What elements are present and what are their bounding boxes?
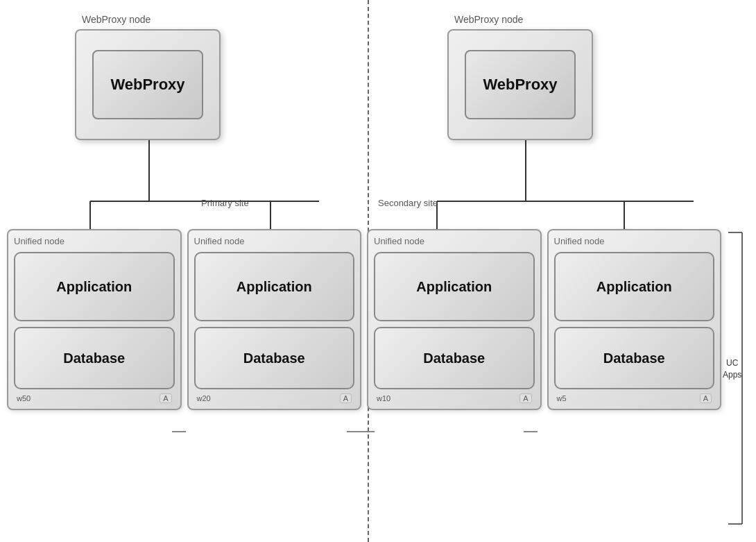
- webproxy-node-2: WebProxy node WebProxy: [447, 14, 596, 140]
- unified-node-4-label: Unified node: [554, 236, 715, 246]
- app-box-4: Application: [554, 252, 715, 321]
- unified-node-4: Unified node Application Database w5 A: [547, 229, 722, 410]
- webproxy-node-1: WebProxy node WebProxy: [75, 14, 224, 140]
- db-box-1: Database: [14, 327, 175, 389]
- unified-nodes-section: Unified node Application Database w50 A …: [7, 229, 721, 410]
- node-1-weight: w50: [17, 394, 31, 403]
- db-3-text: Database: [423, 350, 485, 366]
- node-2-weight: w20: [197, 394, 211, 403]
- unified-node-2-label: Unified node: [194, 236, 355, 246]
- node-2-footer: w20 A: [194, 393, 355, 403]
- primary-site-label: Primary site: [201, 198, 249, 208]
- unified-node-1-label: Unified node: [14, 236, 175, 246]
- app-2-text: Application: [237, 279, 312, 295]
- db-1-text: Database: [63, 350, 125, 366]
- node-4-weight: w5: [557, 394, 567, 403]
- webproxy-box-2: WebProxy: [447, 29, 593, 140]
- db-box-2: Database: [194, 327, 355, 389]
- node-1-badge: A: [160, 393, 171, 403]
- app-4-text: Application: [596, 279, 672, 295]
- webproxy-1-text: WebProxy: [110, 76, 184, 94]
- webproxy-node-2-label: WebProxy node: [447, 14, 596, 25]
- node-3-weight: w10: [377, 394, 390, 403]
- webproxy-inner-2: WebProxy: [465, 50, 576, 119]
- node-2-badge: A: [340, 393, 352, 403]
- app-3-text: Application: [416, 279, 492, 295]
- db-box-3: Database: [374, 327, 535, 389]
- db-2-text: Database: [243, 350, 305, 366]
- db-box-4: Database: [554, 327, 715, 389]
- db-4-text: Database: [603, 350, 665, 366]
- app-box-2: Application: [194, 252, 355, 321]
- node-1-footer: w50 A: [14, 393, 175, 403]
- unified-node-3: Unified node Application Database w10 A: [367, 229, 542, 410]
- uc-apps-bracket: UCApps: [721, 229, 750, 527]
- node-3-badge: A: [519, 393, 531, 403]
- uc-apps-label: UCApps: [723, 357, 741, 381]
- node-4-badge: A: [700, 393, 712, 403]
- webproxy-node-1-label: WebProxy node: [75, 14, 224, 25]
- secondary-site-label: Secondary site: [378, 198, 438, 208]
- app-1-text: Application: [56, 279, 132, 295]
- unified-node-2: Unified node Application Database w20 A: [187, 229, 362, 410]
- unified-node-1: Unified node Application Database w50 A: [7, 229, 182, 410]
- app-box-3: Application: [374, 252, 535, 321]
- webproxy-box-1: WebProxy: [75, 29, 221, 140]
- unified-node-3-label: Unified node: [374, 236, 535, 246]
- webproxy-2-text: WebProxy: [483, 76, 557, 94]
- app-box-1: Application: [14, 252, 175, 321]
- diagram-container: Primary site Secondary site WebProxy nod…: [0, 0, 756, 542]
- node-3-footer: w10 A: [374, 393, 535, 403]
- webproxy-inner-1: WebProxy: [92, 50, 203, 119]
- node-4-footer: w5 A: [554, 393, 715, 403]
